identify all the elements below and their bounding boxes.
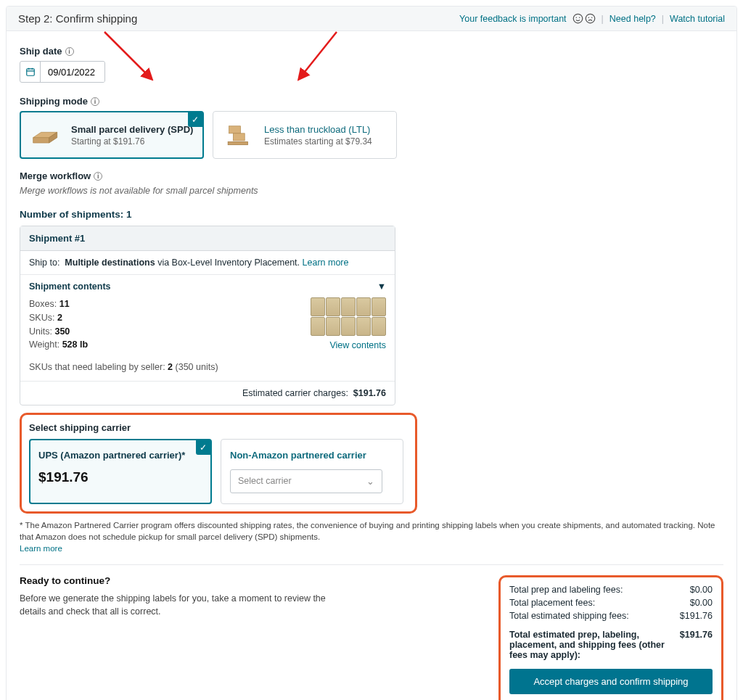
watch-tutorial-link[interactable]: Watch tutorial	[670, 14, 725, 24]
shipment-card: Shipment #1 Ship to: Multiple destinatio…	[20, 226, 395, 405]
mode-title: Less than truckload (LTL)	[264, 124, 372, 135]
carrier-price: $191.76	[38, 469, 202, 485]
chevron-down-icon: ⌄	[366, 476, 374, 487]
svg-point-3	[586, 14, 595, 23]
shipping-mode-spd[interactable]: ✓ Small parcel delivery (SPD) Starting a…	[20, 111, 204, 159]
feedback-faces[interactable]	[572, 13, 596, 24]
feedback-link[interactable]: Your feedback is important	[459, 14, 567, 24]
calendar-icon	[20, 62, 41, 82]
total-row: Total estimated shipping fees:$191.76	[509, 609, 713, 622]
svg-rect-15	[229, 126, 241, 133]
ready-text: Before we generate the shipping labels f…	[20, 592, 339, 618]
select-carrier-section: Select shipping carrier ✓ UPS (Amazon pa…	[20, 413, 417, 514]
svg-point-1	[575, 17, 577, 19]
mode-sub: Estimates starting at $79.34	[264, 136, 372, 147]
merge-note: Merge workflows is not available for sma…	[20, 186, 723, 196]
svg-point-0	[573, 14, 583, 23]
pallet-icon	[223, 122, 255, 148]
mode-title: Small parcel delivery (SPD)	[71, 124, 193, 135]
ship-date-input[interactable]	[41, 62, 104, 82]
total-row: Total placement fees:$0.00	[509, 596, 713, 609]
need-help-link[interactable]: Need help?	[609, 14, 656, 24]
ready-section: Ready to continue? Before we generate th…	[20, 575, 484, 700]
select-carrier-title: Select shipping carrier	[29, 422, 408, 433]
top-links: Your feedback is important | Need help? …	[459, 13, 725, 24]
shipments-count: Number of shipments: 1	[20, 209, 723, 220]
info-icon[interactable]: i	[94, 172, 102, 181]
learn-more-link[interactable]: Learn more	[20, 544, 62, 553]
partnered-footnote: * The Amazon Partnered Carrier program o…	[20, 519, 723, 554]
shipment-contents-title: Shipment contents	[29, 281, 111, 292]
confirm-shipping-panel: Step 2: Confirm shipping Your feedback i…	[6, 6, 737, 700]
mode-sub: Starting at $191.76	[71, 136, 193, 147]
svg-rect-8	[26, 69, 34, 75]
chevron-down-icon[interactable]: ▼	[377, 281, 386, 292]
check-icon: ✓	[188, 112, 202, 127]
svg-point-4	[588, 17, 589, 19]
info-icon[interactable]: i	[91, 97, 99, 106]
product-thumbnails	[311, 297, 386, 336]
svg-point-5	[591, 17, 593, 19]
shipping-mode-ltl[interactable]: Less than truckload (LTL) Estimates star…	[213, 111, 397, 159]
total-row: Total prep and labeling fees:$0.00	[509, 583, 713, 596]
ready-title: Ready to continue?	[20, 575, 484, 586]
carrier-title: Non-Amazon partnered carrier	[230, 450, 394, 461]
svg-point-2	[579, 17, 580, 19]
total-row-bold: Total estimated prep, labeling, placemen…	[509, 628, 713, 662]
frown-icon	[585, 13, 596, 24]
shipment-header: Shipment #1	[20, 226, 395, 251]
info-icon[interactable]: i	[65, 47, 74, 56]
labeling-row: SKUs that need labeling by seller: 2 (35…	[29, 361, 386, 374]
totals-section: Total prep and labeling fees:$0.00 Total…	[498, 575, 723, 700]
shipment-stats: Boxes: 11 SKUs: 2 Units: 350 Weight: 528…	[29, 297, 88, 352]
svg-rect-16	[233, 133, 245, 141]
step-title: Step 2: Confirm shipping	[18, 12, 137, 25]
carrier-option-nonpartnered[interactable]: Non-Amazon partnered carrier Select carr…	[221, 439, 403, 504]
check-icon: ✓	[196, 440, 210, 455]
svg-marker-13	[33, 138, 49, 143]
top-bar: Step 2: Confirm shipping Your feedback i…	[7, 7, 736, 31]
smile-icon	[572, 13, 583, 24]
ship-to-row: Ship to: Multiple destinations via Box-L…	[20, 251, 395, 275]
view-contents-link[interactable]: View contents	[329, 340, 386, 350]
carrier-title: UPS (Amazon partnered carrier)*	[38, 450, 202, 461]
svg-rect-17	[228, 141, 247, 144]
learn-more-link[interactable]: Learn more	[303, 258, 349, 268]
ship-date-field[interactable]	[20, 61, 105, 83]
box-icon	[30, 124, 62, 146]
carrier-select-dropdown[interactable]: Select carrier ⌄	[230, 469, 382, 493]
estimated-charges-row: Estimated carrier charges: $191.76	[20, 382, 395, 405]
carrier-option-partnered[interactable]: ✓ UPS (Amazon partnered carrier)* $191.7…	[29, 439, 212, 504]
merge-workflow-label: Merge workflow i	[20, 170, 723, 181]
shipping-mode-label: Shipping mode i	[20, 96, 723, 107]
ship-date-label: Ship date i	[20, 46, 723, 57]
accept-charges-button[interactable]: Accept charges and confirm shipping	[509, 669, 713, 694]
